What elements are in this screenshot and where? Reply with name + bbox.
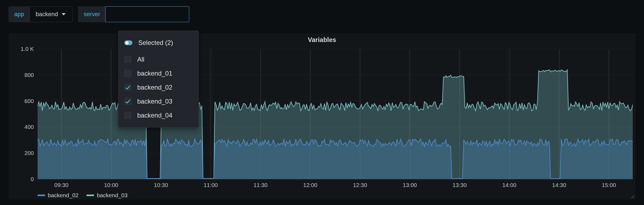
checkbox-icon [124,56,131,63]
chart-legend: backend_02backend_03 [38,192,128,199]
toggle-icon [124,40,132,45]
dropdown-option[interactable]: backend_04 [118,108,198,122]
x-tick-label: 12:30 [353,182,367,188]
dropdown-selected-count: Selected (2) [138,39,173,47]
legend-swatch-icon [38,195,45,196]
y-tick-label: 200 [24,150,34,156]
variable-app: app backend [9,6,73,22]
y-tick-label: 1.0 K [21,46,34,52]
x-tick-label: 14:30 [552,182,566,188]
x-tick-label: 13:30 [453,182,467,188]
svg-line-19 [632,197,634,198]
checkbox-checked-icon [124,98,131,105]
x-tick-label: 13:00 [403,182,417,188]
legend-swatch-icon [86,195,94,196]
variable-bar: app backend server [9,6,635,22]
dropdown-option[interactable]: backend_01 [118,66,198,80]
dropdown-option[interactable]: backend_03 [118,94,198,108]
x-tick-label: 11:00 [204,182,218,188]
x-tick-label: 09:30 [54,182,68,188]
chevron-down-icon [62,13,66,15]
dropdown-selected-header[interactable]: Selected (2) [118,36,198,50]
resize-handle-icon[interactable] [631,195,634,199]
dropdown-option-all[interactable]: All [118,52,198,66]
legend-label: backend_03 [97,192,127,199]
dropdown-option-label: All [137,56,144,63]
dropdown-option-label: backend_03 [137,98,172,105]
x-tick-label: 12:00 [303,182,317,188]
legend-item[interactable]: backend_03 [86,192,127,199]
variable-app-label: app [9,7,30,22]
x-tick-label: 10:00 [104,182,118,188]
dropdown-option[interactable]: backend_02 [118,80,198,94]
x-axis: 09:3010:0010:3011:0011:3012:0012:3013:00… [38,182,633,190]
svg-line-18 [631,195,634,198]
panel-variables: Variables 02004006008001.0 K 09:3010:001… [9,33,635,200]
y-axis: 02004006008001.0 K [9,33,37,200]
y-tick-label: 0 [31,176,34,182]
checkbox-icon [124,70,131,77]
panel-title: Variables [9,36,635,44]
variable-server-dropdown[interactable] [106,7,189,22]
dropdown-option-label: backend_02 [137,84,172,91]
variable-server: server [78,6,189,22]
x-tick-label: 15:00 [602,182,616,188]
legend-label: backend_02 [48,192,78,199]
server-dropdown-menu: Selected (2) All backend_01backend_02bac… [118,31,199,128]
x-tick-label: 14:00 [502,182,516,188]
x-tick-label: 10:30 [154,182,168,188]
y-tick-label: 800 [24,72,34,78]
dropdown-option-label: backend_01 [137,70,172,77]
y-tick-label: 400 [24,124,34,130]
x-tick-label: 11:30 [254,182,268,188]
checkbox-checked-icon [124,84,131,91]
variable-server-label: server [78,7,106,22]
variable-app-dropdown[interactable]: backend [30,7,73,22]
checkbox-icon [124,112,131,119]
variable-app-value: backend [36,11,58,18]
legend-item[interactable]: backend_02 [38,192,78,199]
dropdown-option-label: backend_04 [137,112,172,119]
y-tick-label: 600 [24,98,34,104]
